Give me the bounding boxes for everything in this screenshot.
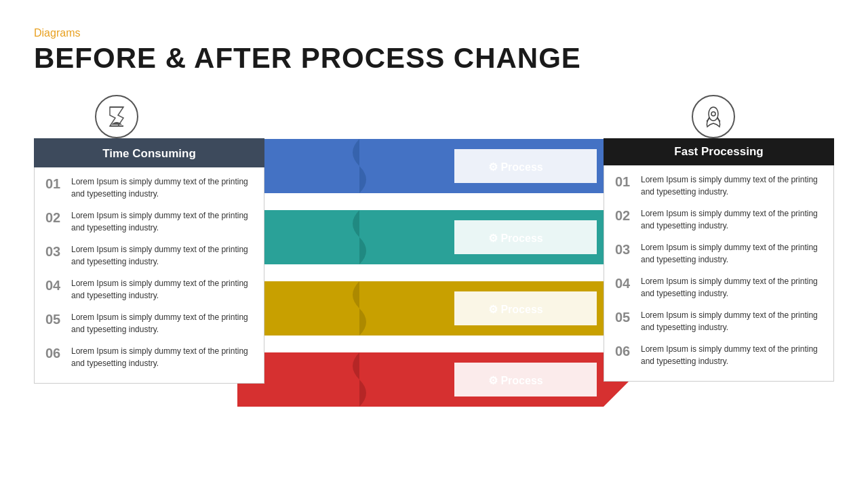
item-text: Lorem Ipsum is simply dummy text of the …: [71, 345, 253, 369]
item-text: Lorem Ipsum is simply dummy text of the …: [641, 241, 823, 266]
left-panel-header: Time Consuming: [34, 138, 264, 167]
item-text: Lorem Ipsum is simply dummy text of the …: [641, 309, 823, 333]
item-text: Lorem Ipsum is simply dummy text of the …: [71, 243, 253, 268]
svg-text:⚙ Process: ⚙ Process: [488, 161, 543, 173]
svg-point-11: [711, 112, 715, 116]
item-number: 05: [45, 311, 64, 327]
left-list-item: 05 Lorem Ipsum is simply dummy text of t…: [45, 311, 253, 336]
right-list-item: 01 Lorem Ipsum is simply dummy text of t…: [615, 174, 823, 198]
item-number: 03: [615, 241, 634, 258]
item-text: Lorem Ipsum is simply dummy text of the …: [71, 311, 253, 336]
slide: Diagrams BEFORE & AFTER PROCESS CHANGE T…: [0, 0, 868, 488]
item-text: Lorem Ipsum is simply dummy text of the …: [71, 209, 253, 234]
category-label: Diagrams: [34, 27, 834, 39]
right-list-item: 06 Lorem Ipsum is simply dummy text of t…: [615, 343, 823, 367]
arrow-4: ⚙ Process: [237, 352, 631, 407]
item-text: Lorem Ipsum is simply dummy text of the …: [71, 277, 253, 302]
hourglass-icon: [95, 95, 138, 138]
item-number: 04: [615, 275, 634, 291]
svg-point-10: [709, 107, 718, 121]
svg-text:⚙ Process: ⚙ Process: [488, 232, 543, 244]
content-area: Time Consuming 01 Lorem Ipsum is simply …: [34, 95, 834, 434]
item-number: 04: [45, 277, 64, 293]
item-text: Lorem Ipsum is simply dummy text of the …: [71, 176, 253, 200]
rocket-icon: [692, 95, 735, 138]
right-panel: Fast Processing 01 Lorem Ipsum is simply…: [604, 95, 834, 382]
left-panel-list: 01 Lorem Ipsum is simply dummy text of t…: [34, 167, 264, 384]
left-list-item: 06 Lorem Ipsum is simply dummy text of t…: [45, 345, 253, 369]
item-number: 01: [45, 176, 64, 192]
right-panel-list: 01 Lorem Ipsum is simply dummy text of t…: [604, 165, 834, 382]
item-number: 02: [615, 207, 634, 224]
arrow-2: ⚙ Process: [237, 210, 631, 264]
left-list-item: 04 Lorem Ipsum is simply dummy text of t…: [45, 277, 253, 302]
left-list-item: 02 Lorem Ipsum is simply dummy text of t…: [45, 209, 253, 234]
left-list-item: 03 Lorem Ipsum is simply dummy text of t…: [45, 243, 253, 268]
main-title: BEFORE & AFTER PROCESS CHANGE: [34, 42, 834, 75]
item-text: Lorem Ipsum is simply dummy text of the …: [641, 275, 823, 300]
item-number: 01: [615, 174, 634, 190]
item-number: 06: [615, 343, 634, 359]
right-panel-header: Fast Processing: [604, 138, 834, 165]
right-list-item: 04 Lorem Ipsum is simply dummy text of t…: [615, 275, 823, 300]
left-panel: Time Consuming 01 Lorem Ipsum is simply …: [34, 95, 264, 384]
item-number: 06: [45, 345, 64, 361]
right-list-item: 05 Lorem Ipsum is simply dummy text of t…: [615, 309, 823, 333]
item-text: Lorem Ipsum is simply dummy text of the …: [641, 207, 823, 232]
right-list-item: 03 Lorem Ipsum is simply dummy text of t…: [615, 241, 823, 266]
svg-text:⚙ Process: ⚙ Process: [488, 304, 543, 315]
arrow-1: ⚙ Process: [237, 139, 631, 193]
left-list-item: 01 Lorem Ipsum is simply dummy text of t…: [45, 176, 253, 200]
arrow-3: ⚙ Process: [237, 281, 631, 336]
item-number: 05: [615, 309, 634, 325]
item-number: 03: [45, 243, 64, 260]
svg-text:⚙ Process: ⚙ Process: [488, 375, 543, 386]
right-list-item: 02 Lorem Ipsum is simply dummy text of t…: [615, 207, 823, 232]
item-text: Lorem Ipsum is simply dummy text of the …: [641, 174, 823, 198]
item-number: 02: [45, 209, 64, 226]
item-text: Lorem Ipsum is simply dummy text of the …: [641, 343, 823, 367]
